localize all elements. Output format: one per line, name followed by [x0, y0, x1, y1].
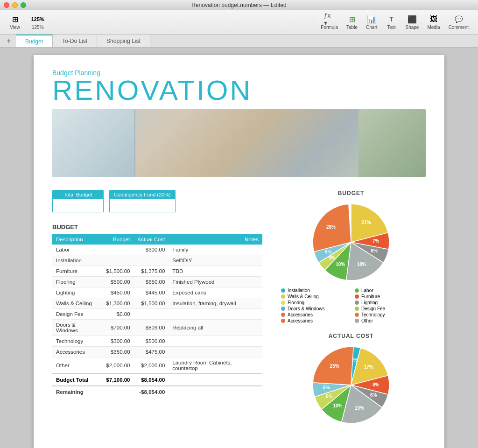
- col-notes: Notes: [169, 234, 262, 245]
- legend-dot-doors: [281, 307, 285, 311]
- legend-accessories: Accessories: [281, 312, 347, 317]
- minimize-button[interactable]: [12, 2, 18, 8]
- legend-design-fee: Design Fee: [355, 306, 421, 311]
- legend-label-technology: Technology: [361, 312, 385, 317]
- pie-label: 25%: [330, 364, 339, 369]
- toolbar: ⊞ View 125% 125% ƒx ▾ Formula ⊞ Table 📊 …: [0, 10, 478, 35]
- shape-button[interactable]: ⬛ Shape: [401, 13, 422, 32]
- remaining-row: Remaining -$8,054.00: [52, 386, 262, 398]
- footer-notes: [169, 386, 262, 398]
- footer-label: Remaining: [52, 386, 102, 398]
- total-budget-label: Total Budget: [52, 190, 104, 199]
- comment-button[interactable]: 💬 Comment: [445, 13, 472, 32]
- window-controls[interactable]: [4, 2, 26, 8]
- total-budget-group: Total Budget: [52, 190, 104, 212]
- legend-label-design: Design Fee: [361, 306, 385, 311]
- cell-budget: $1,500.00: [102, 266, 134, 277]
- table-header-row: Description Budget Actual Cost Notes: [52, 234, 262, 245]
- table-row: Installation Self/DIY: [52, 255, 262, 266]
- cell-notes: [169, 309, 262, 320]
- comment-label: Comment: [449, 25, 469, 30]
- pie-label: 7%: [373, 238, 380, 244]
- cell-notes: [169, 347, 262, 357]
- col-description: Description: [52, 234, 102, 245]
- toolbar-divider: [314, 14, 314, 31]
- actual-chart-title: ACTUAL COST: [276, 333, 426, 339]
- cell-notes: Insulation, framing, drywall: [169, 298, 262, 309]
- cell-notes: Family: [169, 245, 262, 255]
- table-row: Technology $300.00 $500.00: [52, 336, 262, 347]
- table-body: Labor $300.00 Family Installation Self/D…: [52, 245, 262, 374]
- legend-label-doors: Doors & Windows: [288, 306, 324, 311]
- cell-desc: Accessories: [52, 347, 102, 357]
- chart-button[interactable]: 📊 Chart: [362, 13, 381, 32]
- legend-label-flooring: Flooring: [288, 300, 304, 305]
- legend-flooring: Flooring: [281, 300, 347, 305]
- footer-label: Budget Total: [52, 374, 102, 386]
- cell-desc: Doors & Windows: [52, 320, 102, 336]
- table-row: Design Fee $0.00: [52, 309, 262, 320]
- table-button[interactable]: ⊞ Table: [343, 13, 361, 32]
- cell-actual: $500.00: [134, 336, 169, 347]
- text-label: Text: [387, 25, 395, 30]
- table-icon: ⊞: [346, 14, 358, 24]
- media-label: Media: [427, 25, 440, 30]
- legend-dot-accessories2: [281, 319, 285, 323]
- legend-dot-walls: [281, 294, 285, 299]
- table-row: Labor $300.00 Family: [52, 245, 262, 255]
- cell-actual: [134, 255, 169, 266]
- close-button[interactable]: [4, 2, 9, 8]
- cell-budget: $350.00: [102, 347, 134, 357]
- col-actual: Actual Cost: [134, 234, 169, 245]
- legend-dot-other: [355, 319, 359, 323]
- cell-desc: Installation: [52, 255, 102, 266]
- hero-image: [52, 109, 426, 177]
- zoom-button[interactable]: 125% 125%: [28, 13, 48, 32]
- chart-label: Chart: [366, 25, 377, 30]
- legend-furniture: Furniture: [355, 294, 421, 299]
- tab-shopping[interactable]: Shopping List: [97, 35, 150, 47]
- contingency-value[interactable]: [109, 199, 176, 212]
- view-button[interactable]: ⊞ View: [6, 13, 24, 32]
- pie-label: 17%: [364, 364, 373, 370]
- formula-button[interactable]: ƒx ▾ Formula: [317, 13, 342, 32]
- legend-dot-labor: [355, 288, 359, 293]
- pie-label: 28%: [326, 224, 336, 230]
- tab-budget[interactable]: Budget: [16, 35, 53, 47]
- cell-notes: Exposed cans: [169, 287, 262, 298]
- main-content: Budget Planning RENOVATION Total Budget …: [0, 48, 478, 448]
- legend-labor: Labor: [355, 288, 421, 293]
- cell-notes: Laundry Room Cabinets, countertop: [169, 357, 262, 374]
- table-row: Lighting $450.00 $445.00 Exposed cans: [52, 287, 262, 298]
- legend-label-furniture: Furniture: [361, 294, 380, 299]
- legend-label-labor: Labor: [361, 288, 373, 293]
- cell-actual: [134, 309, 169, 320]
- media-button[interactable]: 🖼 Media: [423, 13, 443, 32]
- shape-label: Shape: [405, 25, 419, 30]
- cell-desc: Lighting: [52, 287, 102, 298]
- footer-budget: [102, 386, 134, 398]
- left-column: Total Budget Contingency Fund (20%) BUDG…: [52, 190, 262, 431]
- legend-dot-flooring: [281, 301, 285, 305]
- maximize-button[interactable]: [21, 2, 26, 8]
- table-label: Table: [346, 25, 358, 30]
- actual-pie-container: 4%17%8%6%19%10%6%6%25%: [276, 343, 426, 427]
- legend-dot-lighting: [355, 301, 359, 305]
- add-sheet-button[interactable]: +: [4, 35, 14, 47]
- budget-pie-chart: 21%7%6%18%10%4%5%28%: [309, 200, 393, 284]
- pie-label: 21%: [362, 220, 371, 225]
- document: Budget Planning RENOVATION Total Budget …: [34, 55, 444, 448]
- document-header: Budget Planning RENOVATION: [52, 69, 426, 105]
- cell-desc: Labor: [52, 245, 102, 255]
- legend-label-other: Other: [361, 318, 373, 323]
- actual-chart-section: ACTUAL COST 4%17%8%6%19%10%6%6%25%: [276, 333, 426, 427]
- total-budget-value[interactable]: [52, 199, 104, 212]
- pie-label: 10%: [336, 262, 345, 267]
- tab-todo[interactable]: To-Do List: [53, 35, 97, 47]
- cell-actual: $475.00: [134, 347, 169, 357]
- footer-notes: [169, 374, 262, 386]
- table-row: Walls & Ceiling $1,300.00 $1,500.00 Insu…: [52, 298, 262, 309]
- zoom-label: 125%: [32, 25, 44, 30]
- legend-dot-design: [355, 307, 359, 311]
- text-button[interactable]: T Text: [382, 13, 401, 32]
